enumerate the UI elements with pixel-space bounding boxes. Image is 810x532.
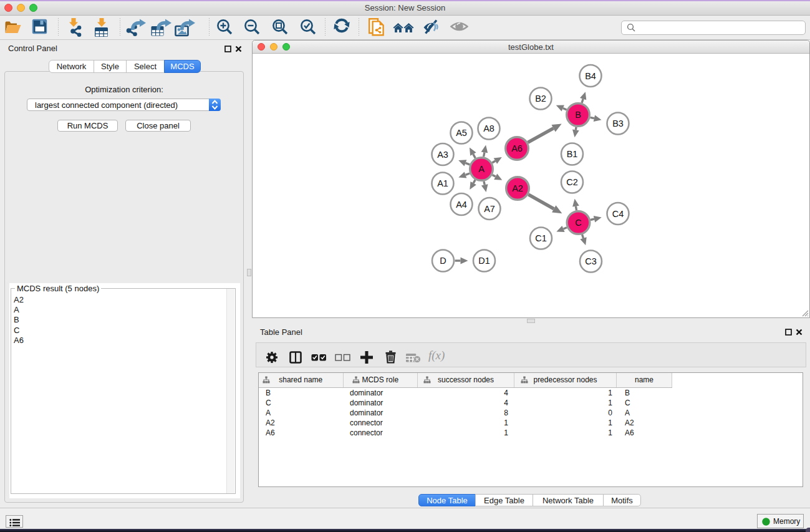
svg-text:A: A (478, 164, 485, 174)
svg-text:A4: A4 (456, 200, 467, 210)
svg-text:A5: A5 (456, 128, 467, 138)
svg-text:A2: A2 (512, 183, 523, 193)
svg-text:A7: A7 (484, 204, 495, 214)
svg-text:A1: A1 (437, 178, 448, 188)
svg-text:B4: B4 (585, 71, 596, 81)
svg-text:B3: B3 (612, 118, 624, 128)
svg-text:C4: C4 (612, 209, 624, 219)
svg-text:B: B (575, 110, 581, 120)
svg-text:B2: B2 (535, 94, 546, 104)
svg-text:C: C (575, 218, 581, 228)
svg-text:A3: A3 (437, 150, 448, 160)
svg-text:B1: B1 (567, 149, 578, 159)
svg-text:D: D (440, 256, 446, 266)
svg-text:C2: C2 (566, 177, 578, 187)
svg-text:A6: A6 (511, 143, 523, 153)
svg-text:C1: C1 (535, 233, 547, 243)
svg-text:C3: C3 (585, 256, 597, 266)
svg-text:A8: A8 (483, 123, 494, 133)
svg-text:D1: D1 (478, 256, 490, 266)
